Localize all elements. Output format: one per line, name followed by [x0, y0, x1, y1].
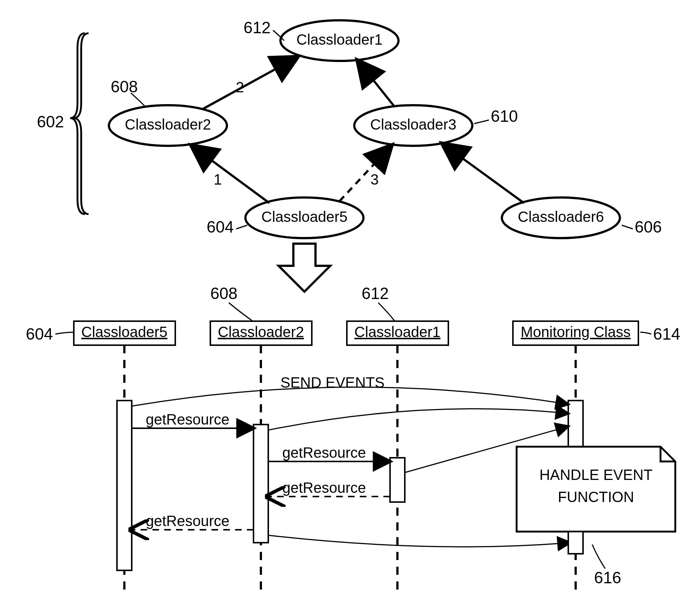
ref-604-top: 604	[207, 218, 234, 236]
svg-text:Classloader2: Classloader2	[125, 116, 211, 133]
svg-text:Classloader5: Classloader5	[261, 209, 347, 225]
edge-label-3: 3	[370, 171, 379, 188]
svg-text:Classloader1: Classloader1	[354, 324, 440, 340]
ref-616: 616	[594, 569, 621, 587]
svg-text:Classloader5: Classloader5	[81, 324, 167, 340]
ref-604-seq: 604	[26, 325, 53, 343]
activation-l4b	[568, 532, 583, 554]
svg-text:Classloader6: Classloader6	[518, 209, 604, 225]
ref-606: 606	[635, 218, 662, 236]
svg-text:HANDLE EVENT: HANDLE EVENT	[539, 467, 653, 483]
ref-612-seq: 612	[362, 284, 389, 302]
note-handle-event: HANDLE EVENT FUNCTION 616	[517, 447, 675, 587]
activation-l2	[254, 425, 268, 543]
node-classloader2: Classloader2 608	[109, 78, 227, 146]
edge-label-1: 1	[214, 171, 222, 188]
ref-612-top: 612	[244, 18, 270, 37]
sequence-diagram: Classloader5 604 Classloader2 608 Classl…	[26, 284, 680, 591]
svg-text:getResource: getResource	[146, 411, 230, 427]
lifeline-monitoring: Monitoring Class 614	[513, 321, 680, 345]
svg-text:Classloader1: Classloader1	[296, 31, 382, 48]
activation-l3	[390, 458, 405, 502]
event-arrow-2	[268, 409, 568, 430]
edge-5to3-dashed	[339, 146, 391, 201]
group-brace: 602	[37, 33, 89, 214]
node-classloader3: Classloader3 610	[354, 105, 518, 146]
ref-608-seq: 608	[210, 284, 237, 302]
node-classloader5: Classloader5 604	[207, 198, 363, 238]
edge-3to1	[358, 61, 395, 107]
event-arrow-4	[268, 535, 570, 547]
node-classloader1: Classloader1 612	[244, 18, 399, 61]
node-classloader6: Classloader6 606	[502, 198, 662, 238]
svg-text:Monitoring Class: Monitoring Class	[521, 324, 631, 340]
svg-text:getResource: getResource	[146, 513, 230, 529]
svg-text:getResource: getResource	[282, 444, 366, 461]
ref-608-top: 608	[111, 78, 138, 96]
lifeline-classloader5: Classloader5 604	[26, 321, 175, 345]
ref-602: 602	[37, 113, 64, 131]
classloader-graph: 602 Classloader1 612 Classloader2 608 Cl…	[37, 18, 662, 238]
svg-text:Classloader3: Classloader3	[370, 116, 456, 133]
svg-text:Classloader2: Classloader2	[218, 324, 304, 340]
activation-l1	[117, 401, 132, 570]
edge-5to2	[192, 146, 269, 203]
edge-6to3	[443, 144, 524, 203]
lifeline-classloader2: Classloader2 608	[210, 284, 312, 345]
svg-text:FUNCTION: FUNCTION	[558, 489, 634, 505]
edge-2to1	[203, 57, 297, 109]
down-arrow-icon	[279, 244, 330, 292]
ref-614: 614	[653, 325, 680, 343]
ref-610: 610	[491, 107, 518, 125]
svg-text:getResource: getResource	[282, 480, 366, 496]
edge-label-2: 2	[236, 79, 244, 95]
lifeline-classloader1: Classloader1 612	[347, 284, 448, 345]
